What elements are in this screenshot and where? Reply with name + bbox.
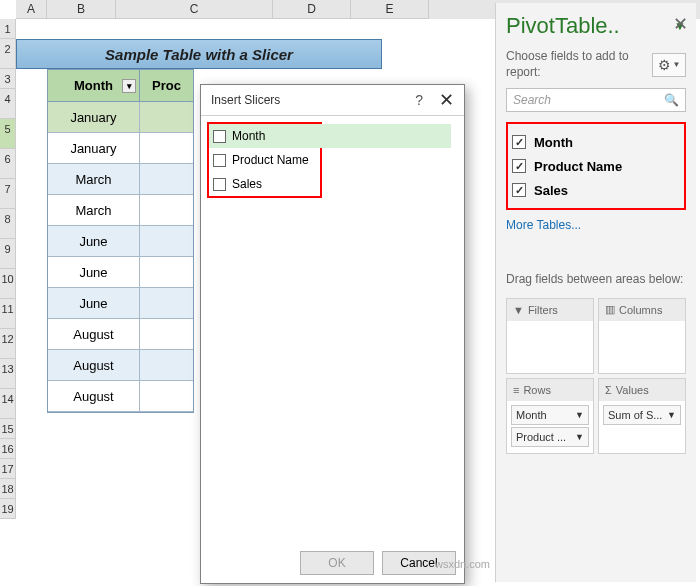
choose-text: Choose fields to add to report: [506,49,636,80]
row-header[interactable]: 17 [0,459,16,479]
caret-icon: ▼ [575,410,584,420]
row-header[interactable]: 9 [0,239,16,269]
row-header[interactable]: 14 [0,389,16,419]
field-label: Product Name [534,159,622,174]
dialog-buttons: OK Cancel [300,551,456,575]
close-icon[interactable]: ✕ [673,13,688,35]
ok-button[interactable]: OK [300,551,374,575]
slicer-highlight-box: Month Product Name Sales [207,122,322,198]
rows-area[interactable]: ≡Rows Month▼ Product ...▼ [506,378,594,454]
caret-icon: ▼ [575,432,584,442]
filters-area[interactable]: ▼Filters [506,298,594,374]
row-header[interactable]: 8 [0,209,16,239]
area-label: Columns [619,304,662,316]
row-header[interactable]: 2 [0,39,16,69]
checkbox[interactable] [213,154,226,167]
row-pill[interactable]: Product ...▼ [511,427,589,447]
table-row[interactable]: June [48,257,193,288]
col-label: Month [74,78,113,93]
values-area[interactable]: ΣValues Sum of S...▼ [598,378,686,454]
field-sales[interactable]: ✓Sales [512,178,680,202]
col-month[interactable]: Month▾ [48,70,140,101]
col-header-d[interactable]: D [273,0,351,19]
table-row[interactable]: March [48,164,193,195]
row-pill[interactable]: Month▼ [511,405,589,425]
col-label: Proc [152,78,181,93]
row-header[interactable]: 12 [0,329,16,359]
cell-month: August [48,381,140,411]
table-header: Month▾ Proc [48,70,193,102]
choose-row: Choose fields to add to report: ⚙▼ [506,49,686,80]
value-pill[interactable]: Sum of S...▼ [603,405,681,425]
table-row[interactable]: June [48,226,193,257]
checkbox[interactable]: ✓ [512,135,526,149]
slicer-label: Product Name [232,153,309,167]
panel-title-text: PivotTable.. [506,13,620,39]
field-product[interactable]: ✓Product Name [512,154,680,178]
sigma-icon: Σ [605,384,612,396]
field-label: Month [534,135,573,150]
row-header[interactable]: 5 [0,119,16,149]
caret-icon: ▼ [667,410,676,420]
checkbox[interactable] [213,130,226,143]
caret-icon: ▼ [673,60,681,69]
pivot-fields-panel: PivotTable.. ▼ ✕ Choose fields to add to… [495,3,696,582]
slicer-item-month[interactable]: Month [209,124,451,148]
watermark: wsxdn.com [435,558,490,570]
table-row[interactable]: August [48,350,193,381]
row-headers: 1 2 3 4 5 6 7 8 9 10 11 12 13 14 15 16 1… [0,19,16,519]
dropdown-icon[interactable]: ▾ [122,79,136,93]
col-header-a[interactable]: A [16,0,47,19]
search-input[interactable]: Search 🔍 [506,88,686,112]
area-label: Values [616,384,649,396]
checkbox[interactable]: ✓ [512,183,526,197]
col-header-e[interactable]: E [351,0,429,19]
row-header[interactable]: 15 [0,419,16,439]
row-header[interactable]: 13 [0,359,16,389]
field-month[interactable]: ✓Month [512,130,680,154]
columns-area[interactable]: ▥Columns [598,298,686,374]
slicer-item-sales[interactable]: Sales [209,172,320,196]
col-header-b[interactable]: B [47,0,116,19]
dialog-title-text: Insert Slicers [211,93,280,107]
col-header-c[interactable]: C [116,0,273,19]
table-row[interactable]: January [48,102,193,133]
row-header[interactable]: 19 [0,499,16,519]
cell-month: June [48,226,140,256]
row-header[interactable]: 4 [0,89,16,119]
close-icon[interactable]: ✕ [439,89,454,111]
gear-button[interactable]: ⚙▼ [652,53,686,77]
row-header[interactable]: 6 [0,149,16,179]
field-label: Sales [534,183,568,198]
cell-month: March [48,195,140,225]
dialog-titlebar[interactable]: Insert Slicers ? ✕ [201,85,464,115]
cell-month: January [48,133,140,163]
table-row[interactable]: March [48,195,193,226]
row-header[interactable]: 3 [0,69,16,89]
cell-month: March [48,164,140,194]
field-list: ✓Month ✓Product Name ✓Sales [506,122,686,210]
row-header[interactable]: 11 [0,299,16,329]
search-icon: 🔍 [664,93,679,107]
area-label: Rows [523,384,551,396]
row-header[interactable]: 16 [0,439,16,459]
help-icon[interactable]: ? [415,92,423,108]
table-row[interactable]: August [48,319,193,350]
table-row[interactable]: August [48,381,193,412]
row-header[interactable]: 7 [0,179,16,209]
row-header[interactable]: 18 [0,479,16,499]
table-row[interactable]: January [48,133,193,164]
table-row[interactable]: June [48,288,193,319]
cell-month: June [48,257,140,287]
more-tables-link[interactable]: More Tables... [506,218,686,232]
row-header[interactable]: 10 [0,269,16,299]
cell-month: August [48,319,140,349]
search-placeholder: Search [513,93,551,107]
col-product[interactable]: Proc [140,70,193,101]
insert-slicers-dialog: Insert Slicers ? ✕ Month Product Name Sa… [200,84,465,584]
area-label: Filters [528,304,558,316]
slicer-item-product[interactable]: Product Name [209,148,320,172]
checkbox[interactable]: ✓ [512,159,526,173]
checkbox[interactable] [213,178,226,191]
row-header[interactable]: 1 [0,19,16,39]
